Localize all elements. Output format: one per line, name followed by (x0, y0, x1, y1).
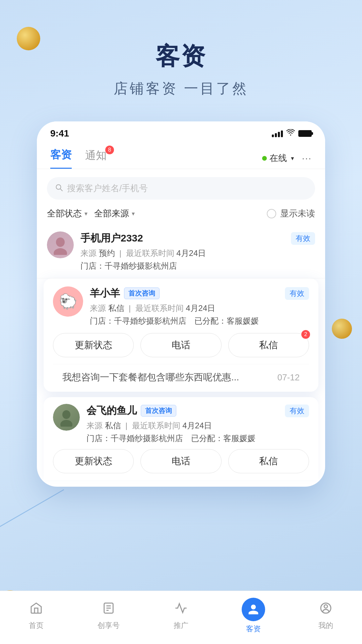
online-status[interactable]: 在线 ▾ (262, 152, 294, 164)
update-status-button-3[interactable]: 更新状态 (53, 449, 134, 473)
nav-home[interactable]: 首页 (0, 601, 72, 631)
featured-card-top: 🐑 羊小羊 首次咨询 有效 来源 私信 | 最近联系时间 4月24日 门店：千寻… (53, 286, 309, 326)
chevron-down-icon: ▾ (291, 155, 294, 162)
search-icon (55, 183, 63, 194)
status-icons (272, 129, 312, 138)
nav-home-label: 首页 (29, 621, 44, 631)
private-msg-button[interactable]: 私信 2 (228, 333, 309, 357)
customer-status-tag-1: 有效 (291, 232, 315, 245)
nav-tuiguang-label: 推广 (174, 621, 188, 631)
chevron-down-icon: ▾ (84, 210, 87, 217)
sheep-avatar: 🐑 (53, 286, 83, 317)
online-dot (262, 156, 267, 161)
customer-name-row-2: 羊小羊 首次咨询 有效 (90, 286, 309, 300)
customer-meta-1: 来源 预约 | 最近联系时间 4月24日 (80, 248, 315, 259)
online-label: 在线 (269, 152, 287, 164)
nav-chuang[interactable]: 创享号 (72, 601, 145, 631)
message-text: 我想咨询一下套餐都包含哪些东西呢优惠... (62, 371, 272, 384)
filter-row: 全部状态 ▾ 全部来源 ▾ 显示未读 (37, 205, 325, 225)
customer-avatar-2: 🐑 (53, 286, 83, 317)
nav-keizi[interactable]: 客资 (217, 598, 290, 634)
svg-point-4 (62, 410, 70, 419)
customer-avatar-1 (47, 231, 74, 258)
source-filter[interactable]: 全部来源 ▾ (94, 208, 135, 219)
phone-button-3[interactable]: 电话 (140, 449, 221, 473)
notice-badge: 8 (105, 146, 114, 154)
chart-icon (174, 601, 188, 618)
customer-name-2: 羊小羊 首次咨询 (90, 286, 160, 300)
svg-point-5 (60, 420, 72, 427)
decorative-curve (0, 489, 97, 597)
first-consult-tag-3: 首次咨询 (141, 405, 176, 417)
customer-card-3[interactable]: 会飞的鱼儿 首次咨询 有效 来源 私信 | 最近联系时间 4月24日 门店：千寻… (44, 397, 318, 480)
page-header: 客资 店铺客资 一目了然 (0, 0, 362, 108)
customer-status-tag-2: 有效 (285, 287, 309, 300)
svg-point-11 (324, 605, 327, 608)
bottom-nav: 首页 创享号 推广 客资 (0, 591, 362, 644)
more-button[interactable]: ··· (302, 153, 312, 164)
customer-meta-3: 来源 私信 | 最近联系时间 4月24日 (86, 420, 309, 431)
customer-info-1: 手机用户2332 有效 来源 预约 | 最近联系时间 4月24日 门店：千寻婚纱… (80, 231, 315, 271)
customer-store-1: 门店：千寻婚纱摄影杭州店 (80, 261, 315, 271)
tab-header: 客资 通知 8 在线 ▾ ··· (37, 142, 325, 169)
circle-icon (319, 601, 333, 618)
tab-notice[interactable]: 通知 8 (85, 148, 107, 168)
note-icon (102, 601, 115, 618)
customer-meta-2: 来源 私信 | 最近联系时间 4月24日 (90, 303, 309, 314)
svg-point-3 (54, 248, 67, 255)
battery-icon (298, 130, 312, 137)
nav-keizi-icon (242, 598, 265, 621)
customer-store-3: 门店：千寻婚纱摄影杭州店 已分配：客服媛媛 (86, 433, 309, 444)
private-msg-badge: 2 (301, 330, 310, 339)
phone-button[interactable]: 电话 (140, 333, 221, 357)
customer-store-2: 门店：千寻婚纱摄影杭州店 已分配：客服媛媛 (90, 316, 309, 326)
nav-keizi-label: 客资 (246, 624, 261, 634)
customer-avatar-3 (53, 404, 80, 431)
message-preview: 我想咨询一下套餐都包含哪些东西呢优惠... 07-12 (53, 364, 309, 392)
decorative-ball-top-left (17, 27, 40, 50)
status-filter[interactable]: 全部状态 ▾ (47, 208, 87, 219)
customer-info-2: 羊小羊 首次咨询 有效 来源 私信 | 最近联系时间 4月24日 门店：千寻婚纱… (90, 286, 309, 326)
customer-name-3: 会飞的鱼儿 首次咨询 (86, 404, 176, 418)
svg-line-1 (60, 189, 62, 191)
page-title: 客资 (0, 40, 362, 72)
action-row-3: 更新状态 电话 私信 (53, 449, 309, 473)
search-bar[interactable]: 搜索客户姓名/手机号 (47, 177, 315, 200)
status-time: 9:41 (50, 128, 69, 139)
unread-toggle[interactable]: 显示未读 (267, 208, 315, 219)
customer-card-1[interactable]: 手机用户2332 有效 来源 预约 | 最近联系时间 4月24日 门店：千寻婚纱… (37, 225, 325, 278)
nav-mine[interactable]: 我的 (290, 601, 362, 631)
update-status-button[interactable]: 更新状态 (53, 333, 134, 357)
nav-tuiguang[interactable]: 推广 (145, 601, 217, 631)
customer-card-3-top: 会飞的鱼儿 首次咨询 有效 来源 私信 | 最近联系时间 4月24日 门店：千寻… (53, 404, 309, 444)
status-bar: 9:41 (37, 121, 325, 142)
nav-mine-label: 我的 (318, 621, 333, 631)
customer-name-row-1: 手机用户2332 有效 (80, 231, 315, 245)
nav-chuang-label: 创享号 (98, 621, 120, 631)
page-subtitle: 店铺客资 一目了然 (0, 79, 362, 98)
toggle-circle (267, 209, 276, 218)
svg-point-2 (56, 237, 65, 247)
customer-info-3: 会飞的鱼儿 首次咨询 有效 来源 私信 | 最近联系时间 4月24日 门店：千寻… (86, 404, 309, 444)
signal-bars-icon (272, 130, 283, 137)
decorative-ball-right (332, 319, 352, 339)
customer-name-row-3: 会飞的鱼儿 首次咨询 有效 (86, 404, 309, 418)
search-placeholder: 搜索客户姓名/手机号 (67, 182, 148, 194)
first-consult-tag: 首次咨询 (124, 287, 160, 299)
phone-frame: 9:41 客资 通知 8 (37, 121, 325, 487)
private-msg-button-3[interactable]: 私信 (228, 449, 309, 473)
featured-card[interactable]: 🐑 羊小羊 首次咨询 有效 来源 私信 | 最近联系时间 4月24日 门店：千寻… (44, 278, 318, 392)
customer-name-1: 手机用户2332 (80, 231, 143, 245)
chevron-down-icon: ▾ (132, 210, 135, 217)
tab-keizi[interactable]: 客资 (50, 148, 72, 169)
wifi-icon (286, 129, 295, 138)
customer-status-tag-3: 有效 (285, 405, 309, 417)
message-time: 07-12 (278, 372, 300, 383)
home-icon (29, 601, 43, 618)
action-row: 更新状态 电话 私信 2 (53, 333, 309, 357)
